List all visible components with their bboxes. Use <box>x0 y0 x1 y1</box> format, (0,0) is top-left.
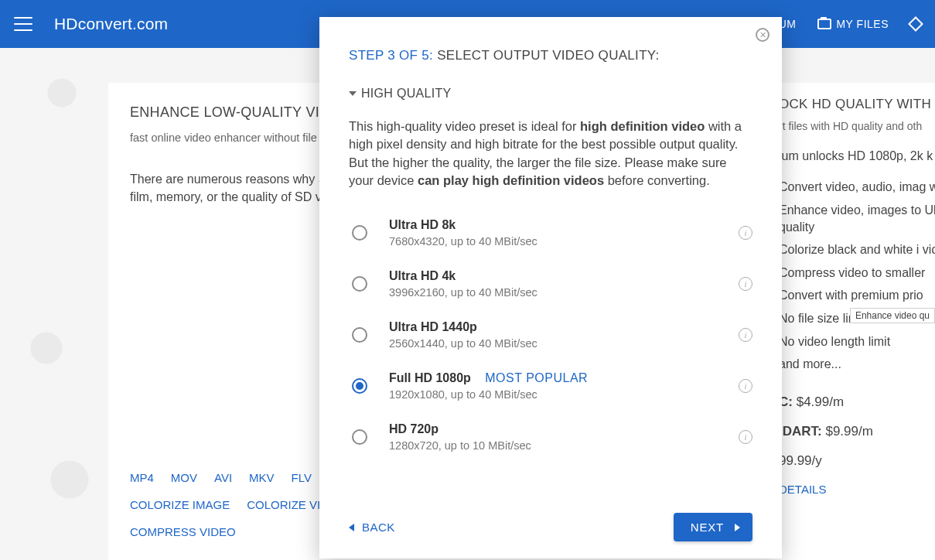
pricing-row: 99.99/y <box>779 453 935 469</box>
info-icon[interactable]: i <box>739 226 752 240</box>
topbar-right: MIUM MY FILES <box>766 18 921 30</box>
feature-item: Colorize black and white i video <box>779 241 935 258</box>
brand-title[interactable]: HDconvert.com <box>54 15 168 33</box>
format-link[interactable]: MKV <box>249 471 275 484</box>
feature-list: Convert video, audio, imag watermark Enh… <box>779 179 935 372</box>
arrow-left-icon <box>349 524 354 531</box>
right-intro: ium unlocks HD 1080p, 2k k Ultra HD qual… <box>779 148 935 165</box>
radio-1080p[interactable] <box>352 378 367 394</box>
format-link[interactable]: COMPRESS VIDEO <box>130 525 236 538</box>
diamond-icon <box>908 16 923 32</box>
option-title: Ultra HD 4k <box>389 269 739 283</box>
feature-item: Enhance video, images to Ultra HD 4K, 8k… <box>779 202 935 235</box>
back-label: BACK <box>362 521 395 534</box>
folder-icon <box>817 19 831 29</box>
feature-item: Compress video to smaller <box>779 265 935 282</box>
option-1080p[interactable]: Full HD 1080p MOST POPULAR 1920x1080, up… <box>352 360 752 411</box>
option-4k[interactable]: Ultra HD 4k 3996x2160, up to 40 MBit/sec… <box>352 258 752 309</box>
info-icon[interactable]: i <box>739 430 752 444</box>
option-title: Ultra HD 1440p <box>389 320 739 334</box>
section-label: HIGH QUALITY <box>361 87 452 101</box>
pricing-row: IDART: $9.99/m <box>779 424 935 439</box>
back-button[interactable]: BACK <box>349 521 395 534</box>
right-subtitle: rt files with HD quality and oth <box>779 120 935 132</box>
feature-item: Convert with premium prio <box>779 287 935 304</box>
diamond-link[interactable] <box>910 19 921 29</box>
next-label: NEXT <box>691 521 724 534</box>
option-1440p[interactable]: Ultra HD 1440p 2560x1440, up to 40 MBit/… <box>352 309 752 360</box>
arrow-right-icon <box>735 524 740 531</box>
menu-icon[interactable] <box>14 17 32 31</box>
right-title: OCK HD QUALITY WITH PR <box>779 97 935 112</box>
section-description: This high-quality video preset is ideal … <box>349 118 752 190</box>
quality-section-header[interactable]: HIGH QUALITY <box>349 87 752 101</box>
pricing-block: C: $4.99/m IDART: $9.99/m 99.99/y <box>779 394 935 469</box>
option-sub: 3996x2160, up to 40 MBit/sec <box>389 286 739 299</box>
option-title: Ultra HD 8k <box>389 218 739 232</box>
right-column: OCK HD QUALITY WITH PR rt files with HD … <box>779 97 935 496</box>
radio-8k[interactable] <box>352 225 367 241</box>
option-8k[interactable]: Ultra HD 8k 7680x4320, up to 40 MBit/sec… <box>352 207 752 258</box>
quality-modal: ✕ STEP 3 OF 5: SELECT OUTPUT VIDEO QUALI… <box>319 17 782 558</box>
radio-1440p[interactable] <box>352 327 367 343</box>
format-link[interactable]: MP4 <box>130 471 154 484</box>
radio-720p[interactable] <box>352 429 367 445</box>
next-button[interactable]: NEXT <box>674 513 752 541</box>
most-popular-badge: MOST POPULAR <box>485 371 588 384</box>
option-title: HD 720p <box>389 422 739 436</box>
info-icon[interactable]: i <box>739 328 752 342</box>
info-icon[interactable]: i <box>739 379 752 393</box>
option-sub: 7680x4320, up to 40 MBit/sec <box>389 235 739 248</box>
details-link[interactable]: DETAILS <box>779 483 935 496</box>
option-sub: 2560x1440, up to 40 MBit/sec <box>389 337 739 350</box>
feature-item: Convert video, audio, imag watermark <box>779 179 935 196</box>
feature-item: and more... <box>779 356 935 373</box>
step-number: STEP 3 OF 5: <box>349 48 433 63</box>
close-icon[interactable]: ✕ <box>756 28 769 42</box>
info-icon[interactable]: i <box>739 277 752 291</box>
pricing-row: C: $4.99/m <box>779 394 935 410</box>
step-title: SELECT OUTPUT VIDEO QUALITY: <box>437 48 659 63</box>
option-title: Full HD 1080p MOST POPULAR <box>389 371 739 385</box>
format-link[interactable]: MOV <box>171 471 197 484</box>
option-sub: 1920x1080, up to 40 MBit/sec <box>389 388 739 401</box>
my-files-link[interactable]: MY FILES <box>817 18 889 30</box>
option-720p[interactable]: HD 720p 1280x720, up to 10 MBit/sec i <box>352 411 752 463</box>
modal-footer: BACK NEXT <box>349 513 752 541</box>
feature-item: No video length limit <box>779 333 935 350</box>
format-link[interactable]: COLORIZE IMAGE <box>130 498 230 511</box>
format-link[interactable]: FLV <box>292 471 312 484</box>
chevron-down-icon <box>349 91 357 96</box>
format-link[interactable]: AVI <box>214 471 232 484</box>
my-files-label: MY FILES <box>836 18 889 30</box>
tooltip: Enhance video qu <box>850 308 935 323</box>
radio-4k[interactable] <box>352 276 367 292</box>
option-sub: 1280x720, up to 10 MBit/sec <box>389 439 739 452</box>
quality-options: Ultra HD 8k 7680x4320, up to 40 MBit/sec… <box>352 207 752 463</box>
format-link[interactable]: COLORIZE VID <box>247 498 329 511</box>
step-line: STEP 3 OF 5: SELECT OUTPUT VIDEO QUALITY… <box>349 48 752 63</box>
